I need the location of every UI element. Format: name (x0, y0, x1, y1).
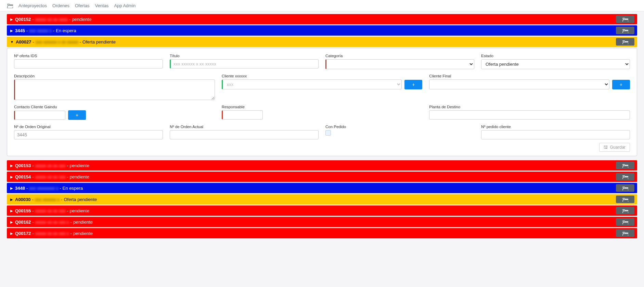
nav-anteproyectos[interactable]: Anteproyectos (18, 3, 47, 8)
row-blurred: xxx xxxxx x (29, 28, 52, 33)
save-button[interactable]: 🖫 Guardar (599, 143, 630, 152)
label-descripcion: Descripción (14, 74, 215, 78)
list-row[interactable]: ▶Q00154-xxxxx xx xx xxx-pendiente (7, 172, 637, 182)
nav-ofertas[interactable]: Ofertas (75, 3, 90, 8)
label-planta-destino: Planta de Destino (429, 105, 630, 109)
caret-right-icon: ▶ (10, 17, 13, 21)
row-open-button[interactable] (616, 173, 634, 180)
input-orden-actual[interactable] (170, 130, 319, 139)
row-open-button[interactable] (616, 162, 634, 169)
row-code: A00027 (16, 39, 31, 45)
row-status: pendiente (70, 208, 89, 213)
row-open-button[interactable] (616, 218, 634, 226)
row-code: Q00153 (15, 163, 31, 168)
row-code: Q00152 (15, 17, 31, 22)
row-open-button[interactable] (616, 207, 634, 214)
row-open-button[interactable] (616, 38, 634, 46)
label-cliente-final: Cliente Final (429, 74, 630, 78)
label-categoria: Categoría (325, 54, 474, 58)
home-folder-icon[interactable] (7, 3, 13, 8)
row-status: En espera (63, 186, 83, 191)
detail-panel: Nº oferta IDS Título Categoría Estado Of… (7, 48, 637, 156)
caret-right-icon: ▶ (10, 29, 13, 33)
nav-appadmin[interactable]: App Admin (114, 3, 136, 8)
input-orden-original[interactable] (14, 130, 163, 139)
list-row-expanded[interactable]: ▼ A00027 - xxx xxxxxx x xx xxxxx - Ofert… (7, 37, 637, 47)
list-row[interactable]: ▶Q00162-xxxxx xx xx xxx x-pendiente (7, 217, 637, 227)
list-row[interactable]: ▶3448-xxx xxxxxxxx x-En espera (7, 183, 637, 193)
label-n-oferta-ids: Nº oferta IDS (14, 54, 163, 58)
input-planta-destino[interactable] (429, 110, 630, 120)
row-open-button[interactable] (616, 196, 634, 203)
row-blurred: xxxxx xx xx xxxx (35, 17, 68, 22)
caret-right-icon: ▶ (10, 198, 13, 201)
row-status: Oferta pendiente (64, 197, 97, 202)
label-con-pedido: Con Pedido (325, 125, 474, 129)
row-blurred: xxxxx xx xx xxx x (35, 220, 69, 225)
textarea-descripcion[interactable] (14, 79, 215, 100)
list-row[interactable]: ▶Q00155-xxxxx xx xx xxx-pendiente (7, 205, 637, 216)
input-n-oferta-ids[interactable] (14, 59, 163, 68)
row-open-button[interactable] (616, 27, 634, 34)
input-titulo[interactable] (170, 59, 319, 68)
list-row[interactable]: ▶ 3445 - xxx xxxxx x - En espera (7, 25, 637, 36)
row-blurred: xxxxx xx xx xxx (35, 174, 66, 179)
row-code: 3445 (15, 28, 25, 33)
row-code: Q00162 (15, 220, 31, 225)
list-row[interactable]: ▶A00030-xxx xxxxxx x-Oferta pendiente (7, 194, 637, 204)
row-code: 3448 (15, 186, 25, 191)
row-open-button[interactable] (616, 184, 634, 192)
caret-right-icon: ▶ (10, 186, 13, 190)
label-responsable: Responsable (222, 105, 423, 109)
add-contacto-button[interactable]: + (68, 110, 86, 120)
row-blurred: xxx xxxxxx x (35, 197, 60, 202)
input-pedido-cliente[interactable] (481, 130, 630, 139)
list-row[interactable]: ▶Q00172-xxxxx xx xx xxx x-pendiente (7, 228, 637, 238)
row-status: pendiente (73, 231, 93, 236)
row-open-button[interactable] (616, 229, 634, 237)
row-code: Q00155 (15, 208, 31, 213)
row-status: pendiente (73, 220, 93, 225)
row-code: Q00172 (15, 231, 31, 236)
row-code: Q00154 (15, 174, 31, 179)
row-status: pendiente (70, 163, 89, 168)
row-blurred: xxxxx xx xx xxx x (35, 231, 69, 236)
checkbox-con-pedido[interactable] (325, 130, 331, 136)
label-contacto-cliente: Contacto Cliente Gaindu (14, 105, 215, 109)
list-row[interactable]: ▶Q00153-xxxxx xx xx xxx-pendiente (7, 160, 637, 171)
caret-right-icon: ▶ (10, 175, 13, 179)
select-cliente-final[interactable] (429, 79, 609, 89)
nav-ventas[interactable]: Ventas (95, 3, 109, 8)
row-blurred: xxxxx xx xx xxx (35, 208, 66, 213)
row-blurred: xxxxx xx xx xxx (35, 163, 66, 168)
label-titulo: Título (170, 54, 319, 58)
nav-ordenes[interactable]: Ordenes (52, 3, 69, 8)
label-pedido-cliente: Nº pedido cliente (481, 125, 630, 129)
row-code: A00030 (15, 197, 31, 202)
label-orden-original: Nº de Orden Original (14, 125, 163, 129)
save-icon: 🖫 (604, 145, 608, 150)
caret-right-icon: ▶ (10, 232, 13, 235)
label-estado: Estado (481, 54, 630, 58)
select-cliente[interactable]: xxx (222, 79, 402, 89)
add-cliente-button[interactable]: + (404, 80, 422, 89)
row-status: pendiente (70, 174, 89, 179)
list-row[interactable]: ▶ Q00152 - xxxxx xx xx xxxx - pendiente (7, 14, 637, 24)
top-navbar: Anteproyectos Ordenes Ofertas Ventas App… (0, 0, 644, 11)
caret-right-icon: ▶ (10, 220, 13, 224)
caret-right-icon: ▶ (10, 164, 13, 167)
input-contacto-cliente[interactable] (14, 111, 65, 120)
row-status: Oferta pendiente (82, 39, 116, 45)
row-status: pendiente (72, 17, 91, 22)
row-open-button[interactable] (616, 15, 634, 23)
caret-right-icon: ▶ (10, 209, 13, 213)
row-blurred: xxx xxxxxxxx x (29, 186, 58, 191)
select-categoria[interactable] (325, 59, 474, 69)
caret-down-icon: ▼ (10, 40, 14, 44)
row-blurred: xxx xxxxxx x xx xxxxx (36, 39, 78, 45)
label-orden-actual: Nº de Orden Actual (170, 125, 319, 129)
input-responsable[interactable] (222, 110, 263, 120)
label-cliente: Cliente xxxxxx (222, 74, 423, 78)
select-estado[interactable]: Oferta pendiente (481, 59, 630, 69)
add-cliente-final-button[interactable]: + (612, 80, 630, 89)
